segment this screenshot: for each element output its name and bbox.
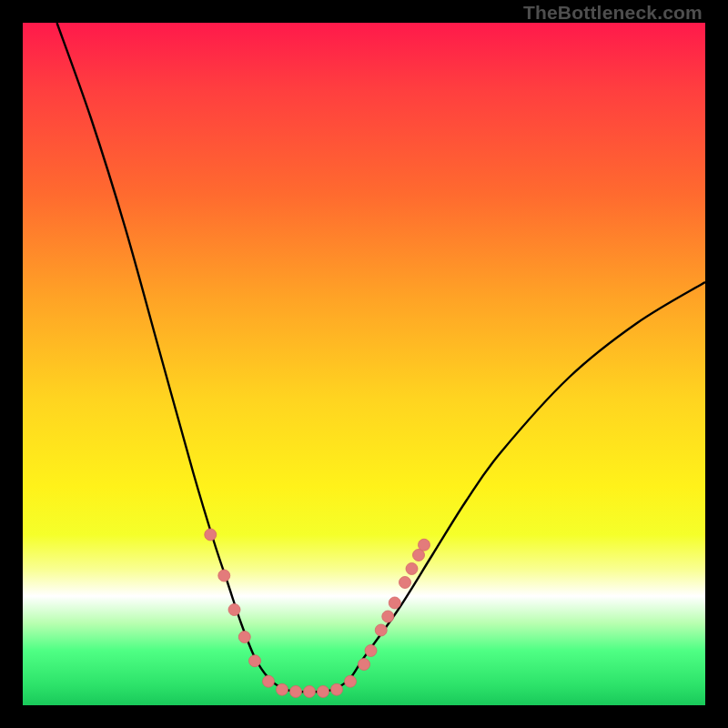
data-marker	[382, 611, 394, 622]
data-marker	[304, 686, 316, 698]
chart-frame: TheBottleneck.com	[0, 0, 728, 728]
data-marker	[419, 539, 430, 551]
data-marker	[318, 686, 329, 698]
data-marker	[238, 632, 250, 643]
data-marker	[290, 686, 302, 698]
data-marker	[249, 655, 261, 667]
data-marker	[218, 570, 230, 581]
data-marker	[399, 577, 411, 589]
data-marker	[228, 604, 240, 616]
data-marker	[406, 563, 418, 575]
data-marker	[375, 624, 387, 636]
data-marker	[331, 683, 343, 695]
data-marker	[205, 529, 217, 541]
chart-svg	[23, 23, 705, 705]
data-marker	[359, 659, 370, 671]
data-marker	[389, 597, 400, 609]
watermark-text: TheBottleneck.com	[523, 2, 703, 24]
data-marker	[345, 675, 357, 687]
data-marker	[365, 645, 377, 657]
data-marker	[277, 683, 288, 695]
plot-area	[23, 23, 705, 705]
data-marker	[263, 675, 275, 687]
bottleneck-curve	[57, 23, 706, 692]
